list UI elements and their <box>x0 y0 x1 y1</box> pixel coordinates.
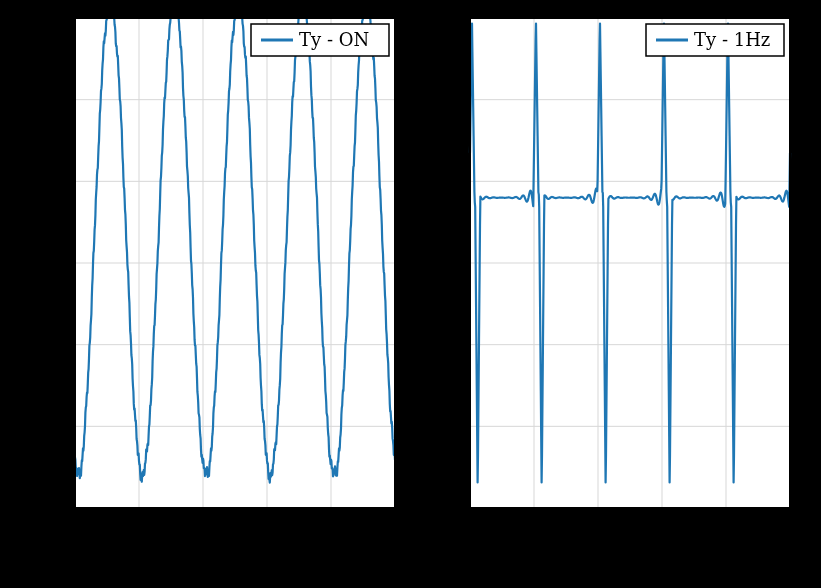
figure: { "panels":[ { "id":"left", "geom":{"x":… <box>0 0 821 588</box>
x-tick-label: 0 <box>69 517 80 538</box>
y-tick-label: -1 <box>440 334 458 355</box>
y-tick-label: -1 <box>45 334 63 355</box>
x-tick-label: 2 <box>197 517 208 538</box>
y-tick-label: 1 <box>447 170 458 191</box>
legend-label: Ty - 1Hz <box>694 29 770 50</box>
legend-label: Ty - ON <box>299 29 369 50</box>
x-ticks: 012345 <box>69 508 400 538</box>
x-axis-label: t[s] <box>218 541 252 565</box>
y-tick-label: 3 <box>447 7 458 28</box>
legend: Ty - ON <box>251 24 389 56</box>
y-tick-label: -3 <box>440 497 458 518</box>
x-tick-label: 3 <box>261 517 272 538</box>
y-tick-label: 1 <box>52 170 63 191</box>
y-tick-label: -2 <box>440 415 458 436</box>
x-tick-label: 3 <box>656 517 667 538</box>
x-tick-label: 5 <box>389 517 400 538</box>
y-ticks: -3-2-10123 <box>440 7 470 518</box>
y-tick-label: 2 <box>52 89 63 110</box>
y-tick-label: 0 <box>52 252 63 273</box>
x-tick-label: 1 <box>133 517 144 538</box>
plot-area: 012345-3-2-10123t[s]Ty - ON012345-3-2-10… <box>0 0 821 588</box>
x-ticks: 012345 <box>464 508 795 538</box>
x-tick-label: 0 <box>464 517 475 538</box>
x-axis-label: t[s] <box>613 541 647 565</box>
x-tick-label: 2 <box>592 517 603 538</box>
chart-panel-right: 012345-3-2-10123t[s]Ty - 1Hz <box>440 7 795 565</box>
y-tick-label: 2 <box>447 89 458 110</box>
y-tick-label: -3 <box>45 497 63 518</box>
y-tick-label: -2 <box>45 415 63 436</box>
x-tick-label: 1 <box>528 517 539 538</box>
y-tick-label: 0 <box>447 252 458 273</box>
y-ticks: -3-2-10123 <box>45 7 75 518</box>
chart-panel-left: 012345-3-2-10123t[s]Ty - ON <box>45 7 400 565</box>
legend: Ty - 1Hz <box>646 24 784 56</box>
x-tick-label: 4 <box>720 517 731 538</box>
x-tick-label: 4 <box>325 517 336 538</box>
y-tick-label: 3 <box>52 7 63 28</box>
x-tick-label: 5 <box>784 517 795 538</box>
